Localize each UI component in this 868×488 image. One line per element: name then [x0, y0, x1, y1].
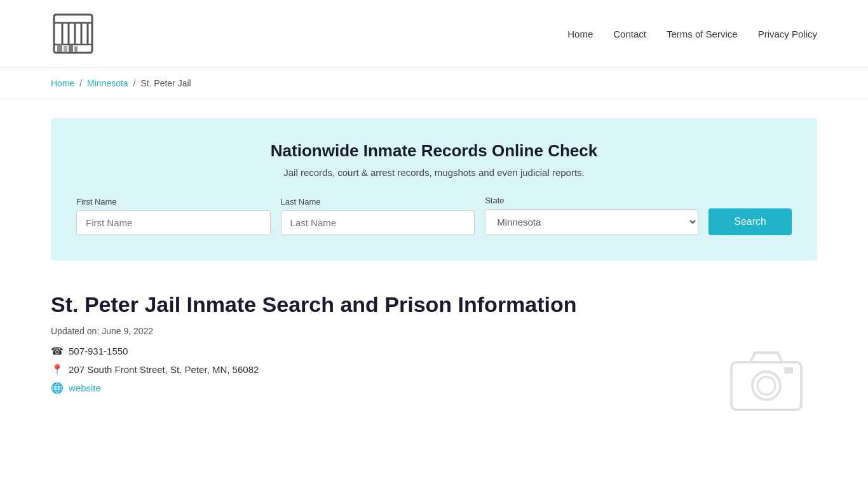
site-header: Home Contact Terms of Service Privacy Po… — [0, 0, 868, 68]
nav-link-tos[interactable]: Terms of Service — [667, 29, 738, 39]
breadcrumb-current: St. Peter Jail — [140, 78, 191, 88]
nav-link-privacy[interactable]: Privacy Policy — [758, 29, 817, 39]
location-icon: 📍 — [51, 363, 64, 376]
nav-link-home[interactable]: Home — [567, 29, 593, 39]
search-title: Nationwide Inmate Records Online Check — [76, 141, 792, 161]
logo-icon — [51, 11, 95, 56]
first-name-label: First Name — [76, 197, 271, 207]
svg-rect-11 — [74, 46, 78, 52]
first-name-input[interactable] — [76, 210, 271, 235]
address-line: 📍 207 South Front Street, St. Peter, MN,… — [51, 363, 817, 376]
svg-rect-15 — [784, 367, 793, 374]
svg-rect-9 — [64, 46, 67, 52]
nav-list: Home Contact Terms of Service Privacy Po… — [567, 29, 817, 39]
nav-item-contact[interactable]: Contact — [613, 29, 646, 39]
camera-placeholder-icon — [728, 349, 804, 413]
phone-icon: ☎ — [51, 345, 64, 357]
search-form: First Name Last Name State Minnesota Ala… — [76, 196, 792, 235]
search-button[interactable]: Search — [709, 208, 792, 235]
svg-point-14 — [757, 377, 775, 395]
search-section: Nationwide Inmate Records Online Check J… — [51, 118, 817, 261]
last-name-input[interactable] — [281, 210, 475, 235]
search-subtitle: Jail records, court & arrest records, mu… — [76, 167, 792, 178]
phone-line: ☎ 507-931-1550 — [51, 345, 817, 357]
breadcrumb-separator-1: / — [79, 78, 85, 88]
svg-rect-8 — [57, 44, 62, 52]
state-select[interactable]: Minnesota Alabama Alaska Arizona Arkansa… — [485, 209, 698, 235]
phone-number: 507-931-1550 — [69, 346, 128, 356]
breadcrumb-separator-2: / — [133, 78, 139, 88]
address-text: 207 South Front Street, St. Peter, MN, 5… — [69, 364, 259, 375]
main-nav: Home Contact Terms of Service Privacy Po… — [567, 29, 817, 39]
state-label: State — [485, 196, 698, 205]
nav-item-home[interactable]: Home — [567, 29, 593, 39]
website-line: 🌐 website — [51, 382, 817, 394]
svg-rect-10 — [69, 45, 73, 52]
nav-item-privacy[interactable]: Privacy Policy — [758, 29, 817, 39]
nav-item-tos[interactable]: Terms of Service — [667, 29, 738, 39]
website-link[interactable]: website — [69, 383, 101, 393]
main-content: St. Peter Jail Inmate Search and Prison … — [0, 280, 868, 426]
logo[interactable] — [51, 11, 95, 56]
breadcrumb: Home / Minnesota / St. Peter Jail — [0, 68, 868, 99]
breadcrumb-home[interactable]: Home — [51, 78, 74, 88]
globe-icon: 🌐 — [51, 382, 64, 394]
last-name-label: Last Name — [281, 197, 475, 207]
breadcrumb-state[interactable]: Minnesota — [87, 78, 128, 88]
state-group: State Minnesota Alabama Alaska Arizona A… — [485, 196, 698, 235]
nav-link-contact[interactable]: Contact — [613, 29, 646, 39]
first-name-group: First Name — [76, 197, 271, 235]
updated-date: Updated on: June 9, 2022 — [51, 326, 817, 336]
page-title: St. Peter Jail Inmate Search and Prison … — [51, 292, 817, 317]
last-name-group: Last Name — [281, 197, 475, 235]
